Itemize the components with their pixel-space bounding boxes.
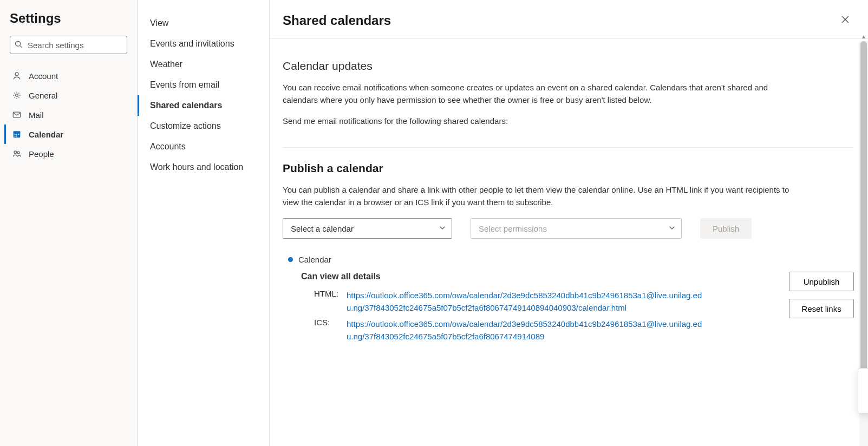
subnav-accounts[interactable]: Accounts — [138, 136, 269, 157]
main-header: Shared calendars — [270, 0, 868, 39]
search-icon — [15, 41, 22, 50]
calendar-color-dot — [288, 257, 293, 262]
scroll-up-arrow-icon: ▲ — [860, 34, 867, 40]
settings-sidebar: Settings Account General — [0, 0, 138, 446]
calendar-icon — [11, 129, 22, 140]
people-icon — [11, 148, 22, 159]
calendar-updates-prompt: Send me email notifications for the foll… — [283, 116, 854, 126]
reset-links-button[interactable]: Reset links — [789, 299, 854, 318]
subnav-view[interactable]: View — [138, 13, 269, 34]
svg-rect-7 — [15, 134, 16, 135]
nav-people[interactable]: People — [4, 144, 127, 163]
search-settings-input[interactable] — [10, 36, 127, 54]
select-permissions-dropdown[interactable]: Select permissions — [471, 218, 682, 239]
permission-label: Can view all details — [301, 272, 778, 281]
section-divider — [283, 147, 854, 148]
unpublish-button[interactable]: Unpublish — [789, 272, 854, 291]
svg-rect-11 — [16, 136, 17, 137]
calendar-name: Calendar — [298, 255, 331, 264]
svg-point-13 — [17, 152, 19, 154]
publish-desc: You can publish a calendar and share a l… — [283, 183, 802, 209]
nav-mail[interactable]: Mail — [4, 105, 127, 124]
calendar-subnav: View Events and invitations Weather Even… — [138, 0, 270, 446]
svg-point-0 — [16, 41, 21, 46]
context-copy-link[interactable]: Copy link — [858, 369, 868, 391]
select-calendar-dropdown[interactable]: Select a calendar — [283, 218, 452, 239]
subnav-customize-actions[interactable]: Customize actions — [138, 116, 269, 136]
calendar-updates-heading: Calendar updates — [283, 60, 854, 73]
nav-calendar[interactable]: Calendar — [4, 124, 127, 144]
scroll-thumb[interactable] — [860, 41, 867, 388]
nav-label: Calendar — [29, 130, 63, 139]
person-icon — [11, 70, 22, 81]
nav-label: People — [29, 149, 54, 159]
svg-rect-8 — [16, 134, 17, 135]
html-link[interactable]: https://outlook.office365.com/owa/calend… — [347, 289, 707, 314]
main-content: Shared calendars Calendar updates You ca… — [270, 0, 868, 446]
nav-label: Mail — [29, 110, 44, 120]
subnav-weather[interactable]: Weather — [138, 54, 269, 75]
close-button[interactable] — [838, 12, 853, 29]
svg-point-12 — [14, 151, 17, 154]
close-icon — [840, 18, 851, 27]
ics-link-label: ICS: — [314, 318, 341, 343]
svg-line-1 — [20, 45, 22, 48]
context-download[interactable]: Download — [858, 391, 868, 413]
svg-rect-10 — [15, 136, 16, 137]
main-body: Calendar updates You can receive email n… — [270, 39, 868, 446]
publish-controls-row: Select a calendar Select permissions Pub… — [283, 218, 854, 239]
settings-title: Settings — [10, 11, 127, 26]
nav-account[interactable]: Account — [4, 66, 127, 86]
svg-point-3 — [16, 94, 18, 97]
svg-rect-4 — [13, 112, 21, 117]
select-calendar-label: Select a calendar — [291, 224, 354, 233]
nav-general[interactable]: General — [4, 86, 127, 105]
publish-heading: Publish a calendar — [283, 162, 854, 175]
svg-rect-6 — [14, 132, 21, 134]
subnav-events-from-email[interactable]: Events from email — [138, 75, 269, 95]
chevron-down-icon — [439, 224, 446, 233]
ics-link[interactable]: https://outlook.office365.com/owa/calend… — [347, 318, 707, 343]
svg-point-2 — [15, 73, 18, 76]
publish-button[interactable]: Publish — [700, 218, 752, 239]
select-permissions-label: Select permissions — [479, 224, 547, 233]
html-link-label: HTML: — [314, 289, 341, 314]
subnav-events-invitations[interactable]: Events and invitations — [138, 34, 269, 54]
svg-rect-9 — [18, 134, 19, 135]
gear-icon — [11, 90, 22, 101]
page-title: Shared calendars — [283, 13, 391, 28]
chevron-down-icon — [668, 224, 676, 233]
subnav-shared-calendars[interactable]: Shared calendars — [138, 95, 269, 116]
link-context-menu: Copy link Download — [858, 368, 868, 414]
nav-label: Account — [29, 71, 58, 81]
published-calendar-item: Calendar Can view all details HTML: http… — [283, 255, 854, 346]
nav-label: General — [29, 91, 57, 100]
search-settings-container — [10, 36, 127, 54]
subnav-work-hours[interactable]: Work hours and location — [138, 157, 269, 178]
mail-icon — [11, 109, 22, 120]
calendar-updates-desc: You can receive email notifications when… — [283, 81, 802, 107]
